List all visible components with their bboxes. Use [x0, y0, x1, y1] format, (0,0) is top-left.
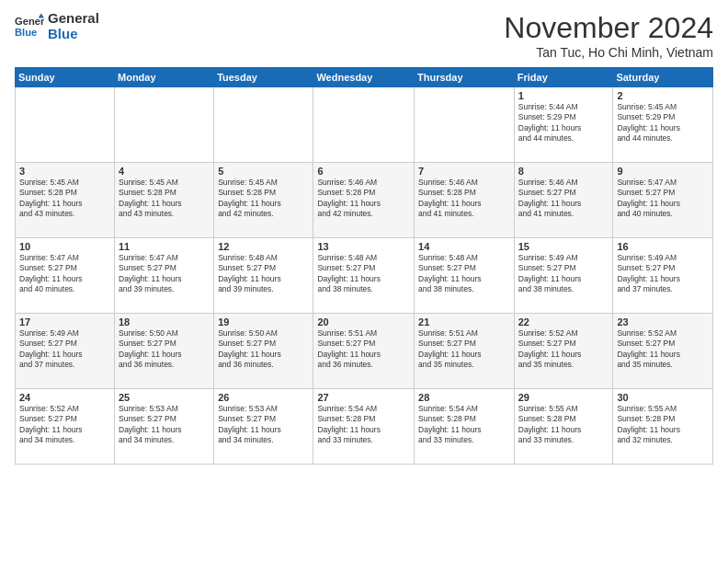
calendar-cell: 21Sunrise: 5:51 AM Sunset: 5:27 PM Dayli…	[415, 314, 515, 389]
day-number: 24	[19, 392, 110, 403]
calendar-cell: 22Sunrise: 5:52 AM Sunset: 5:27 PM Dayli…	[514, 314, 613, 389]
day-number: 29	[518, 392, 609, 403]
calendar-cell: 16Sunrise: 5:49 AM Sunset: 5:27 PM Dayli…	[613, 238, 713, 314]
day-number: 30	[617, 392, 709, 403]
col-header-monday: Monday	[115, 68, 214, 87]
calendar-week-3: 17Sunrise: 5:49 AM Sunset: 5:27 PM Dayli…	[16, 314, 713, 389]
calendar-cell: 26Sunrise: 5:53 AM Sunset: 5:27 PM Dayli…	[214, 389, 313, 465]
day-detail: Sunrise: 5:49 AM Sunset: 5:27 PM Dayligh…	[19, 328, 110, 371]
calendar-cell: 8Sunrise: 5:46 AM Sunset: 5:27 PM Daylig…	[514, 163, 613, 238]
day-detail: Sunrise: 5:49 AM Sunset: 5:27 PM Dayligh…	[518, 253, 609, 295]
day-detail: Sunrise: 5:46 AM Sunset: 5:27 PM Dayligh…	[518, 178, 609, 220]
day-detail: Sunrise: 5:54 AM Sunset: 5:28 PM Dayligh…	[418, 404, 510, 446]
day-detail: Sunrise: 5:50 AM Sunset: 5:27 PM Dayligh…	[218, 328, 309, 371]
calendar-cell: 9Sunrise: 5:47 AM Sunset: 5:27 PM Daylig…	[613, 163, 713, 238]
logo-line2: Blue	[48, 27, 99, 42]
day-detail: Sunrise: 5:53 AM Sunset: 5:27 PM Dayligh…	[218, 404, 309, 446]
calendar-cell: 4Sunrise: 5:45 AM Sunset: 5:28 PM Daylig…	[115, 163, 214, 238]
day-number: 28	[418, 392, 510, 403]
day-detail: Sunrise: 5:55 AM Sunset: 5:28 PM Dayligh…	[518, 404, 609, 446]
day-number: 20	[317, 316, 410, 327]
day-number: 23	[617, 316, 709, 327]
calendar-cell: 3Sunrise: 5:45 AM Sunset: 5:28 PM Daylig…	[16, 163, 115, 238]
day-detail: Sunrise: 5:48 AM Sunset: 5:27 PM Dayligh…	[418, 253, 510, 295]
day-number: 12	[218, 241, 309, 252]
calendar-cell: 18Sunrise: 5:50 AM Sunset: 5:27 PM Dayli…	[115, 314, 214, 389]
day-detail: Sunrise: 5:47 AM Sunset: 5:27 PM Dayligh…	[119, 253, 210, 295]
day-detail: Sunrise: 5:46 AM Sunset: 5:28 PM Dayligh…	[418, 178, 510, 220]
day-detail: Sunrise: 5:50 AM Sunset: 5:27 PM Dayligh…	[119, 328, 210, 371]
logo-line1: General	[48, 11, 99, 27]
day-number: 14	[418, 241, 510, 252]
day-detail: Sunrise: 5:52 AM Sunset: 5:27 PM Dayligh…	[19, 404, 110, 446]
subtitle: Tan Tuc, Ho Chi Minh, Vietnam	[504, 45, 713, 60]
day-number: 4	[119, 166, 210, 177]
page: General Blue General Blue November 2024 …	[0, 0, 728, 563]
day-number: 25	[119, 392, 210, 403]
calendar-cell: 14Sunrise: 5:48 AM Sunset: 5:27 PM Dayli…	[415, 238, 515, 314]
col-header-thursday: Thursday	[415, 68, 515, 87]
col-header-friday: Friday	[514, 68, 613, 87]
calendar-cell: 24Sunrise: 5:52 AM Sunset: 5:27 PM Dayli…	[16, 389, 115, 465]
calendar-week-1: 3Sunrise: 5:45 AM Sunset: 5:28 PM Daylig…	[16, 163, 713, 238]
calendar-week-4: 24Sunrise: 5:52 AM Sunset: 5:27 PM Dayli…	[16, 389, 713, 465]
calendar-cell: 19Sunrise: 5:50 AM Sunset: 5:27 PM Dayli…	[214, 314, 313, 389]
month-title: November 2024	[504, 11, 713, 45]
day-detail: Sunrise: 5:49 AM Sunset: 5:27 PM Dayligh…	[617, 253, 709, 295]
header: General Blue General Blue November 2024 …	[15, 11, 713, 60]
day-number: 26	[218, 392, 309, 403]
day-detail: Sunrise: 5:45 AM Sunset: 5:28 PM Dayligh…	[119, 178, 210, 220]
day-detail: Sunrise: 5:45 AM Sunset: 5:29 PM Dayligh…	[617, 102, 709, 144]
day-number: 11	[119, 241, 210, 252]
day-number: 17	[19, 316, 110, 327]
day-number: 10	[19, 241, 110, 252]
calendar-cell: 27Sunrise: 5:54 AM Sunset: 5:28 PM Dayli…	[313, 389, 415, 465]
calendar-cell	[115, 87, 214, 163]
calendar-cell	[16, 87, 115, 163]
day-detail: Sunrise: 5:44 AM Sunset: 5:29 PM Dayligh…	[518, 102, 609, 144]
logo: General Blue General Blue	[15, 11, 99, 41]
calendar-cell: 15Sunrise: 5:49 AM Sunset: 5:27 PM Dayli…	[514, 238, 613, 314]
col-header-saturday: Saturday	[613, 68, 713, 87]
calendar-cell: 5Sunrise: 5:45 AM Sunset: 5:28 PM Daylig…	[214, 163, 313, 238]
calendar-week-0: 1Sunrise: 5:44 AM Sunset: 5:29 PM Daylig…	[16, 87, 713, 163]
calendar-header-row: SundayMondayTuesdayWednesdayThursdayFrid…	[16, 68, 713, 87]
calendar-cell: 6Sunrise: 5:46 AM Sunset: 5:28 PM Daylig…	[313, 163, 415, 238]
calendar-table: SundayMondayTuesdayWednesdayThursdayFrid…	[15, 67, 713, 465]
calendar-cell: 12Sunrise: 5:48 AM Sunset: 5:27 PM Dayli…	[214, 238, 313, 314]
calendar-cell: 2Sunrise: 5:45 AM Sunset: 5:29 PM Daylig…	[613, 87, 713, 163]
day-number: 22	[518, 316, 609, 327]
calendar-cell: 11Sunrise: 5:47 AM Sunset: 5:27 PM Dayli…	[115, 238, 214, 314]
day-number: 16	[617, 241, 709, 252]
day-number: 6	[317, 166, 410, 177]
day-number: 19	[218, 316, 309, 327]
calendar-cell: 13Sunrise: 5:48 AM Sunset: 5:27 PM Dayli…	[313, 238, 415, 314]
day-detail: Sunrise: 5:45 AM Sunset: 5:28 PM Dayligh…	[19, 178, 110, 220]
logo-icon: General Blue	[15, 12, 44, 41]
day-number: 2	[617, 90, 709, 101]
day-detail: Sunrise: 5:46 AM Sunset: 5:28 PM Dayligh…	[317, 178, 410, 220]
calendar-cell: 30Sunrise: 5:55 AM Sunset: 5:28 PM Dayli…	[613, 389, 713, 465]
day-detail: Sunrise: 5:51 AM Sunset: 5:27 PM Dayligh…	[418, 328, 510, 371]
calendar-cell	[214, 87, 313, 163]
day-number: 9	[617, 166, 709, 177]
calendar-cell: 25Sunrise: 5:53 AM Sunset: 5:27 PM Dayli…	[115, 389, 214, 465]
day-detail: Sunrise: 5:54 AM Sunset: 5:28 PM Dayligh…	[317, 404, 410, 446]
day-number: 13	[317, 241, 410, 252]
calendar-cell: 10Sunrise: 5:47 AM Sunset: 5:27 PM Dayli…	[16, 238, 115, 314]
day-number: 15	[518, 241, 609, 252]
calendar-cell: 23Sunrise: 5:52 AM Sunset: 5:27 PM Dayli…	[613, 314, 713, 389]
day-number: 3	[19, 166, 110, 177]
calendar-cell: 17Sunrise: 5:49 AM Sunset: 5:27 PM Dayli…	[16, 314, 115, 389]
day-detail: Sunrise: 5:53 AM Sunset: 5:27 PM Dayligh…	[119, 404, 210, 446]
day-detail: Sunrise: 5:48 AM Sunset: 5:27 PM Dayligh…	[218, 253, 309, 295]
day-number: 18	[119, 316, 210, 327]
day-number: 8	[518, 166, 609, 177]
day-detail: Sunrise: 5:47 AM Sunset: 5:27 PM Dayligh…	[19, 253, 110, 295]
calendar-cell: 29Sunrise: 5:55 AM Sunset: 5:28 PM Dayli…	[514, 389, 613, 465]
title-block: November 2024 Tan Tuc, Ho Chi Minh, Viet…	[504, 11, 713, 60]
day-number: 1	[518, 90, 609, 101]
calendar-week-2: 10Sunrise: 5:47 AM Sunset: 5:27 PM Dayli…	[16, 238, 713, 314]
day-detail: Sunrise: 5:48 AM Sunset: 5:27 PM Dayligh…	[317, 253, 410, 295]
calendar-cell	[313, 87, 415, 163]
